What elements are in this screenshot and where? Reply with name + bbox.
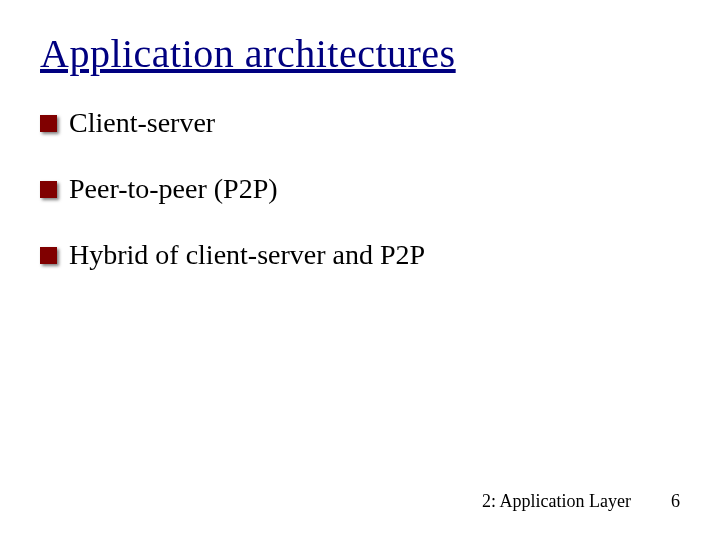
list-item: Client-server	[40, 107, 680, 139]
list-item: Hybrid of client-server and P2P	[40, 239, 680, 271]
footer-page-number: 6	[671, 491, 680, 512]
bullet-text: Peer-to-peer (P2P)	[69, 173, 278, 205]
bullet-marker-icon	[40, 181, 57, 198]
bullet-marker-icon	[40, 115, 57, 132]
slide-title: Application architectures	[40, 30, 680, 77]
slide-footer: 2: Application Layer 6	[482, 491, 680, 512]
bullet-text: Hybrid of client-server and P2P	[69, 239, 425, 271]
footer-section: 2: Application Layer	[482, 491, 631, 512]
slide: Application architectures Client-server …	[0, 0, 720, 540]
bullet-marker-icon	[40, 247, 57, 264]
bullet-text: Client-server	[69, 107, 215, 139]
bullet-list: Client-server Peer-to-peer (P2P) Hybrid …	[40, 107, 680, 271]
list-item: Peer-to-peer (P2P)	[40, 173, 680, 205]
